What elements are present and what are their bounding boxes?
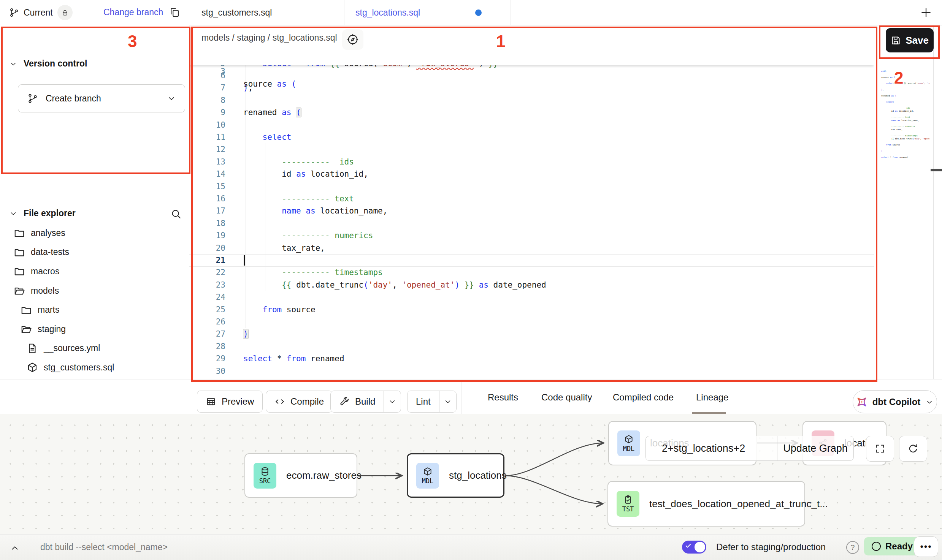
code-line[interactable]: 29select * from renamed [189, 353, 874, 365]
lint-button[interactable]: Lint [407, 391, 457, 413]
lineage-node-stg-locations[interactable]: MDL stg_locations [407, 453, 504, 498]
line-number: 25 [189, 304, 225, 316]
current-branch-chip[interactable]: Current [9, 5, 73, 20]
lineage-node-ecom-raw-stores[interactable]: SRC ecom.raw_stores [244, 453, 357, 498]
lineage-node-test[interactable]: TST test_does_location_opened_at_trunc_t… [607, 481, 805, 527]
current-branch-label: Current [24, 8, 53, 18]
code-line[interactable]: 12 [189, 143, 874, 155]
more-options-button[interactable]: ••• [914, 536, 938, 557]
code-line[interactable]: 20tax_rate, [189, 242, 874, 254]
code-line[interactable]: 26 [189, 316, 874, 328]
minimap-line [881, 85, 929, 88]
code-line[interactable]: 8 [189, 94, 874, 106]
explore-button[interactable] [342, 29, 363, 50]
update-graph-button[interactable]: Update Graph [777, 436, 853, 460]
code-line[interactable]: 24 [189, 291, 874, 303]
code-line[interactable]: 16---------- text [189, 193, 874, 205]
file-tree-item[interactable]: staging [0, 320, 189, 339]
code-line[interactable]: 15 [189, 180, 874, 193]
refresh-button[interactable] [899, 436, 927, 462]
chevron-down-icon [925, 398, 934, 406]
line-number: 12 [189, 143, 225, 155]
compass-icon [347, 33, 359, 46]
toolbar-divider [461, 380, 461, 414]
build-dropdown[interactable] [384, 391, 401, 412]
file-tree-item[interactable]: marts [0, 300, 189, 320]
file-explorer-header[interactable]: File explorer [9, 208, 76, 218]
file-tree-item[interactable]: models [0, 281, 189, 301]
minimap[interactable]: withsource as (select * from {{ source('… [881, 70, 929, 165]
tab-code-quality[interactable]: Code quality [541, 380, 592, 414]
new-tab-button[interactable] [920, 6, 932, 19]
code-line[interactable]: 10 [189, 119, 874, 131]
minimap-line [881, 73, 929, 76]
file-tree-item[interactable]: analyses [0, 223, 189, 243]
tab-lineage[interactable]: Lineage [696, 380, 728, 414]
code-line[interactable]: 14id as location_id, [189, 168, 874, 180]
preview-button[interactable]: Preview [197, 391, 263, 413]
tab-results[interactable]: Results [488, 380, 518, 414]
defer-toggle[interactable] [682, 541, 706, 554]
file-tree-item[interactable]: __sources.yml [0, 339, 189, 358]
tab-stg-locations[interactable]: stg_locations.sql [355, 0, 420, 25]
file-name: __sources.yml [44, 343, 100, 353]
code-line[interactable]: 11select [189, 131, 874, 143]
lint-dropdown[interactable] [439, 391, 456, 412]
code-text: ) [243, 328, 248, 340]
version-control-header[interactable]: Version control [9, 59, 87, 69]
model-icon [27, 362, 38, 373]
branch-lock-badge [57, 5, 73, 20]
code-line[interactable]: 9renamed as ( [189, 106, 874, 119]
lineage-selector-bar: 2+stg_locations+2 Update Graph [645, 436, 854, 461]
code-line[interactable]: 18 [189, 217, 874, 229]
preview-label: Preview [222, 396, 254, 407]
folder-icon [14, 247, 25, 258]
minimap-line: select * from renamed [881, 156, 929, 159]
lineage-canvas[interactable]: MDL locations locations SRC ecom.raw_sto… [0, 414, 942, 535]
help-icon[interactable]: ? [846, 541, 859, 554]
code-line[interactable]: 30 [189, 365, 874, 377]
mdl-badge: MDL [416, 463, 439, 489]
code-line[interactable]: 19---------- numerics [189, 229, 874, 242]
create-branch-dropdown[interactable] [158, 85, 185, 112]
file-tree-item[interactable]: macros [0, 262, 189, 281]
code-line[interactable]: 23{{ dbt.date_trunc('day', 'opened_at') … [189, 279, 874, 291]
dbt-copilot-button[interactable]: dbt Copilot [853, 390, 937, 413]
node-label: test_does_location_opened_at_trunc_t... [649, 498, 828, 510]
code-line[interactable]: 21 [189, 254, 874, 266]
code-text: ---------- ids [282, 156, 354, 168]
tab-stg-customers[interactable]: stg_customers.sql [201, 0, 272, 25]
file-tree-item[interactable]: data-tests [0, 243, 189, 262]
collapse-command-bar-icon[interactable] [10, 543, 20, 553]
code-line[interactable]: 22---------- timestamps [189, 266, 874, 278]
code-line[interactable]: 28 [189, 340, 874, 353]
chevron-down-icon [167, 94, 176, 103]
fullscreen-button[interactable] [866, 436, 894, 462]
bottom-toolbar: Preview Compile Build Lint Results Code … [0, 380, 942, 415]
code-text: name as location_name, [282, 205, 387, 217]
build-button[interactable]: Build [330, 391, 401, 413]
copy-branch-icon[interactable] [169, 6, 180, 18]
minimap-line [881, 153, 929, 156]
tab-separator [344, 0, 344, 25]
code-line[interactable]: 27) [189, 328, 874, 340]
code-line[interactable]: 17name as location_name, [189, 205, 874, 217]
code-line[interactable]: 25from source [189, 304, 874, 316]
compile-button[interactable]: Compile [266, 391, 333, 413]
file-tree-item[interactable]: stg_customers.sql [0, 358, 189, 377]
tab-compiled-code[interactable]: Compiled code [613, 380, 674, 414]
file-search-icon[interactable] [170, 208, 182, 220]
code-line[interactable]: 13---------- ids [189, 156, 874, 168]
status-badge[interactable]: Ready [864, 537, 920, 555]
change-branch-link[interactable]: Change branch [103, 7, 163, 17]
git-branch-icon [9, 8, 19, 17]
create-branch-button[interactable]: Create branch [18, 84, 185, 112]
node-label: stg_locations [449, 470, 507, 481]
lineage-selector-input[interactable]: 2+stg_locations+2 [646, 436, 777, 460]
code-editor[interactable]: 5select * from {{ source('ecom', 'raw_st… [189, 53, 874, 379]
ready-label: Ready [885, 541, 913, 552]
command-input[interactable]: dbt build --select <model_name> [40, 542, 168, 552]
save-button[interactable]: Save [886, 28, 934, 52]
panel-resize-handle[interactable] [931, 169, 942, 171]
annotation-label-3: 3 [128, 32, 137, 51]
